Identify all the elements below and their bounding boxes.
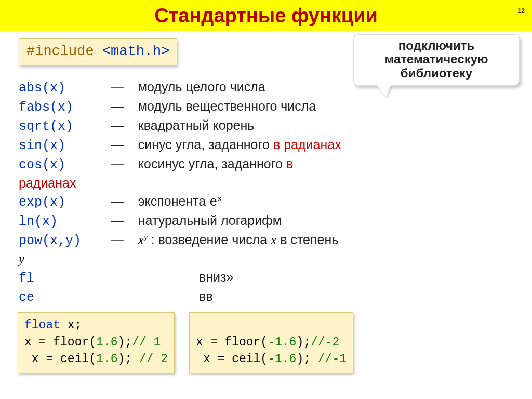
dash: —: [111, 194, 124, 208]
dash: —: [111, 232, 124, 247]
func-sig: abs(x): [19, 79, 107, 97]
pow-sup-y: y: [144, 232, 148, 241]
func-desc: квадратный корень: [138, 118, 255, 132]
slide-body: #include <math.h> abs(x) — модуль целого…: [0, 31, 532, 307]
slide-header: Стандартные функции 12: [0, 0, 532, 31]
dash: —: [111, 99, 124, 113]
r2n: -1.6: [268, 336, 296, 349]
func-desc-c: радианах: [19, 176, 76, 190]
l3n: 1.6: [96, 352, 117, 366]
func-sig: ce: [19, 290, 34, 305]
l2cmt: // 1: [132, 336, 161, 349]
row-abs: abs(x) — модуль целого числа: [19, 78, 513, 97]
l3d: );: [117, 352, 139, 366]
row-fabs: fabs(x) — модуль вещественного числа: [19, 97, 513, 116]
l1-rest: x;: [60, 318, 82, 332]
func-sig: sin(x): [19, 137, 107, 155]
row-cos-wrap: радианах: [19, 174, 513, 192]
row-exp: exp(x) — экспонента еx: [19, 192, 513, 211]
r3cmt: //-1: [318, 352, 347, 366]
function-list: abs(x) — модуль целого числа fabs(x) — м…: [19, 78, 513, 307]
l2b: =: [32, 336, 53, 349]
func-sig: cos(x): [19, 156, 107, 174]
func-sig: fl: [19, 271, 34, 286]
dash: —: [111, 137, 124, 152]
pow-x2: x: [271, 233, 276, 247]
l3a: x: [24, 352, 39, 366]
include-header: <math.h>: [102, 44, 170, 59]
func-desc-a: экспонента: [138, 194, 209, 208]
row-pow: pow(x,y) — xy : возведение числа x в сте…: [19, 231, 513, 250]
kw-type: float: [24, 318, 60, 332]
func-desc-a: косинус угла, заданного: [138, 156, 286, 171]
r2a: x: [196, 336, 203, 349]
func-desc: модуль целого числа: [138, 79, 265, 94]
dash: —: [111, 79, 124, 94]
r2d: );: [296, 336, 311, 349]
pow-x: x: [138, 233, 144, 247]
r3b: =: [210, 352, 232, 366]
func-tail: вниз»: [199, 270, 233, 284]
include-directive: #include: [26, 44, 94, 59]
row-pow-wrap: y: [19, 250, 513, 268]
exp-sup: x: [217, 194, 222, 203]
func-sig: ln(x): [19, 212, 107, 231]
func-desc-b: в: [286, 156, 293, 171]
r3a: x: [196, 352, 210, 366]
row-sin: sin(x) — синус угла, заданного в радиана…: [19, 136, 513, 155]
func-tail: вв: [199, 289, 213, 303]
l3c: ceil(: [60, 352, 96, 366]
r2c: floor(: [224, 336, 268, 349]
func-sig: sqrt(x): [19, 117, 107, 136]
code-snippets: float x; x = floor(1.6);// 1 x = ceil(1.…: [18, 312, 353, 373]
func-desc: модуль вещественного числа: [138, 99, 316, 113]
r3c: ceil(: [232, 352, 268, 366]
r2b: =: [203, 336, 224, 349]
r2cmt: //-2: [311, 336, 339, 349]
l2c: floor(: [53, 336, 96, 349]
func-sig: pow(x,y): [19, 232, 107, 250]
l2n: 1.6: [96, 336, 117, 349]
dash: —: [111, 156, 124, 171]
row-ln: ln(x) — натуральный логарифм: [19, 211, 513, 231]
l2d: );: [117, 336, 132, 349]
pow-y: y: [19, 252, 24, 266]
func-desc: натуральный логарифм: [138, 213, 282, 228]
snippet-left: float x; x = floor(1.6);// 1 x = ceil(1.…: [18, 312, 175, 373]
row-ceil: ce вв: [19, 287, 513, 307]
r3n: -1.6: [268, 352, 296, 366]
func-sig: exp(x): [19, 193, 107, 211]
dash: —: [111, 118, 124, 132]
exp-base: е: [209, 195, 217, 210]
func-desc-b: в степень: [280, 232, 338, 247]
l2a: x: [24, 336, 32, 349]
func-desc-b: в радианах: [273, 137, 341, 152]
l3cmt: // 2: [139, 352, 168, 366]
func-sig: fabs(x): [19, 98, 107, 116]
include-chip: #include <math.h>: [19, 38, 177, 65]
func-desc-a: : возведение числа: [151, 232, 271, 247]
snippet-right: x = floor(-1.6);//-2 x = ceil(-1.6); //-…: [189, 312, 353, 373]
row-sqrt: sqrt(x) — квадратный корень: [19, 116, 513, 136]
l3b: =: [39, 352, 60, 366]
dash: —: [111, 213, 124, 228]
page-number: 12: [518, 7, 525, 15]
slide-title: Стандартные функции: [154, 5, 378, 27]
func-desc-a: синус угла, заданного: [138, 137, 273, 152]
r3d: );: [296, 352, 317, 366]
row-cos: cos(x) — косинус угла, заданного в: [19, 155, 513, 174]
row-floor: fl вниз»: [19, 268, 513, 287]
